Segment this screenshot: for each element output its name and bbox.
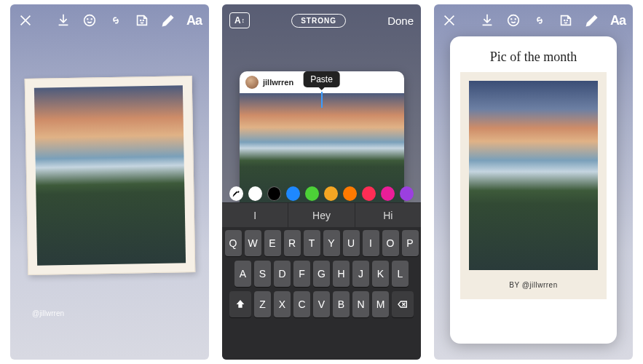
color-green[interactable] — [305, 186, 319, 201]
key-n[interactable]: N — [352, 291, 369, 317]
draw-icon[interactable] — [584, 12, 600, 28]
key-k[interactable]: K — [372, 261, 389, 287]
story-editor-panel-1: Aa @jillwrren — [10, 4, 209, 360]
key-x[interactable]: X — [274, 291, 291, 317]
keyboard-suggestion-bar: I Hey Hi — [222, 202, 421, 227]
photo-content — [34, 85, 186, 266]
color-black[interactable] — [267, 186, 281, 201]
svg-point-4 — [143, 20, 143, 21]
story-photo-frame[interactable] — [25, 76, 196, 275]
key-o[interactable]: O — [382, 230, 399, 256]
story-toolbar: Aa — [434, 4, 633, 36]
download-icon[interactable] — [479, 12, 495, 28]
svg-point-3 — [141, 20, 141, 21]
key-c[interactable]: C — [293, 291, 310, 317]
keyboard-row-1: QWERTYUIOP — [224, 230, 419, 256]
key-j[interactable]: J — [352, 261, 369, 287]
key-q[interactable]: Q — [225, 230, 242, 256]
svg-point-1 — [87, 19, 88, 20]
author-watermark: @jillwrren — [32, 309, 64, 317]
key-i[interactable]: I — [363, 230, 379, 256]
key-y[interactable]: Y — [323, 230, 340, 256]
color-gold[interactable] — [324, 186, 338, 201]
photo-content — [469, 81, 598, 270]
story-editor-panel-2: STRONG Done jillwrren Paste I Hey Hi QWE… — [222, 4, 421, 360]
draw-icon[interactable] — [160, 12, 176, 28]
svg-point-8 — [564, 20, 565, 21]
color-blue[interactable] — [286, 186, 300, 201]
key-z[interactable]: Z — [254, 291, 271, 317]
post-username: jillwrren — [263, 78, 293, 87]
text-tool-button[interactable]: Aa — [610, 13, 626, 28]
color-red[interactable] — [362, 186, 376, 201]
story-card[interactable]: Pic of the month BY @jillwrren — [450, 36, 617, 344]
key-u[interactable]: U — [343, 230, 360, 256]
card-title: Pic of the month — [450, 36, 617, 72]
key-f[interactable]: F — [293, 261, 310, 287]
photo-caption: BY @jillwrren — [460, 281, 607, 289]
font-size-picker-icon[interactable] — [229, 12, 250, 28]
keyboard-row-2: ASDFGHJKL — [224, 261, 419, 287]
key-w[interactable]: W — [245, 230, 261, 256]
key-m[interactable]: M — [372, 291, 389, 317]
key-r[interactable]: R — [284, 230, 301, 256]
shift-key[interactable] — [229, 291, 251, 317]
key-v[interactable]: V — [313, 291, 330, 317]
paste-tooltip[interactable]: Paste — [303, 71, 340, 87]
link-icon[interactable] — [108, 12, 124, 28]
avatar — [245, 76, 259, 89]
story-editor-panel-3: Aa Pic of the month BY @jillwrren — [434, 4, 633, 360]
color-magenta[interactable] — [381, 186, 395, 201]
close-icon[interactable] — [441, 12, 457, 28]
key-e[interactable]: E — [264, 230, 281, 256]
suggestion-1[interactable]: I — [222, 203, 288, 227]
key-t[interactable]: T — [304, 230, 320, 256]
font-style-pill[interactable]: STRONG — [291, 14, 346, 28]
svg-point-2 — [91, 19, 92, 20]
eyedropper-icon[interactable] — [229, 186, 243, 201]
key-b[interactable]: B — [333, 291, 350, 317]
close-icon[interactable] — [17, 12, 33, 28]
key-g[interactable]: G — [313, 261, 330, 287]
keyboard-row-3: ZXCVBNM — [224, 291, 419, 317]
color-purple[interactable] — [400, 186, 414, 201]
text-tool-button[interactable]: Aa — [186, 13, 202, 28]
suggestion-3[interactable]: Hi — [355, 203, 421, 227]
link-icon[interactable] — [532, 12, 548, 28]
svg-point-0 — [84, 15, 95, 26]
story-toolbar: Aa — [10, 4, 209, 36]
download-icon[interactable] — [55, 12, 71, 28]
keyboard: QWERTYUIOP ASDFGHJKL ZXCVBNM — [222, 227, 421, 360]
backspace-key[interactable] — [392, 291, 414, 317]
text-cursor — [321, 92, 323, 108]
svg-point-7 — [515, 19, 516, 20]
key-a[interactable]: A — [234, 261, 251, 287]
text-edit-toolbar: STRONG Done — [222, 4, 421, 36]
key-d[interactable]: D — [274, 261, 291, 287]
svg-point-6 — [511, 19, 512, 20]
photo-frame: BY @jillwrren — [460, 72, 607, 299]
face-filter-icon[interactable] — [505, 12, 521, 28]
suggestion-2[interactable]: Hey — [288, 203, 355, 227]
key-s[interactable]: S — [254, 261, 271, 287]
sticker-icon[interactable] — [134, 12, 150, 28]
sticker-icon[interactable] — [558, 12, 574, 28]
svg-point-9 — [567, 20, 567, 21]
color-picker-row — [222, 186, 421, 201]
key-p[interactable]: P — [402, 230, 419, 256]
done-button[interactable]: Done — [387, 15, 414, 27]
face-filter-icon[interactable] — [82, 12, 98, 28]
svg-point-5 — [508, 15, 519, 26]
color-orange[interactable] — [343, 186, 357, 201]
key-l[interactable]: L — [392, 261, 409, 287]
color-white[interactable] — [248, 186, 262, 201]
key-h[interactable]: H — [333, 261, 350, 287]
